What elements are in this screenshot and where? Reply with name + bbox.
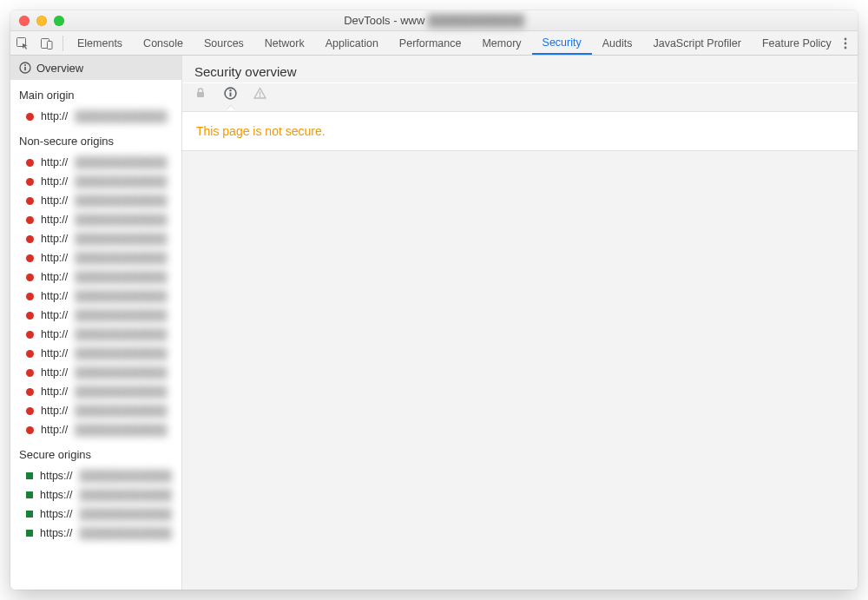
origin-host-redacted: ████████████ (75, 195, 167, 207)
svg-rect-2 (48, 41, 53, 49)
minimize-window-button[interactable] (36, 16, 47, 26)
origin-scheme: http:// (41, 386, 68, 398)
svg-point-12 (229, 89, 231, 91)
security-status-panel: This page is not secure. (182, 111, 858, 151)
origin-host-redacted: ████████████ (75, 328, 167, 340)
origin-scheme: http:// (41, 233, 68, 245)
separator (62, 36, 63, 51)
tab-security[interactable]: Security (532, 31, 592, 55)
insecure-indicator-icon (26, 312, 34, 320)
origin-host-redacted: ████████████ (80, 489, 172, 501)
svg-rect-9 (197, 92, 204, 97)
tab-console[interactable]: Console (133, 31, 194, 55)
origin-item[interactable]: http://████████████ (10, 306, 181, 325)
insecure-indicator-icon (26, 426, 34, 434)
svg-rect-7 (24, 67, 26, 70)
zoom-window-button[interactable] (54, 16, 64, 26)
origin-host-redacted: ████████████ (75, 110, 167, 122)
tab-feature-policy[interactable]: Feature Policy (752, 31, 833, 55)
origin-item[interactable]: https://████████████ (10, 524, 181, 543)
origin-item[interactable]: http://████████████ (10, 287, 181, 306)
origin-scheme: http:// (41, 328, 68, 340)
origin-host-redacted: ████████████ (75, 175, 167, 188)
insecure-indicator-icon (26, 113, 34, 121)
secure-indicator-icon (26, 511, 33, 518)
origin-item[interactable]: http://████████████ (10, 401, 181, 420)
svg-rect-13 (260, 92, 260, 96)
origin-scheme: https:// (40, 527, 73, 539)
tab-application[interactable]: Application (315, 31, 389, 55)
sidebar-overview-label: Overview (36, 62, 83, 75)
svg-point-4 (845, 42, 847, 44)
origin-item[interactable]: http://████████████ (10, 229, 181, 248)
tab-performance[interactable]: Performance (389, 31, 472, 55)
origin-scheme: http:// (41, 290, 68, 302)
more-options-icon[interactable] (833, 31, 858, 55)
tab-memory[interactable]: Memory (471, 31, 531, 55)
info-icon (19, 62, 31, 74)
insecure-indicator-icon (26, 159, 34, 167)
secure-indicator-icon (26, 491, 33, 498)
tab-sources[interactable]: Sources (194, 31, 254, 55)
insecure-indicator-icon (26, 369, 34, 377)
origin-host-redacted: ████████████ (80, 527, 172, 539)
origin-item[interactable]: http://████████████ (10, 420, 181, 439)
origin-scheme: https:// (40, 470, 73, 482)
origin-scheme: http:// (41, 195, 68, 207)
origin-item[interactable]: http://████████████ (10, 325, 181, 344)
origin-item[interactable]: https://████████████ (10, 504, 181, 524)
origin-item[interactable]: http://████████████ (10, 363, 181, 382)
svg-point-8 (24, 64, 26, 66)
origin-item[interactable]: http://████████████ (10, 210, 181, 229)
insecure-indicator-icon (26, 331, 34, 339)
origin-item[interactable]: http://████████████ (10, 191, 181, 210)
origin-host-redacted: ████████████ (75, 386, 167, 398)
origin-item[interactable]: https://████████████ (10, 485, 181, 504)
svg-rect-11 (230, 92, 232, 96)
tab-network[interactable]: Network (254, 31, 315, 55)
inspect-element-icon[interactable] (10, 31, 35, 55)
warning-triangle-icon[interactable] (253, 87, 267, 101)
origin-item[interactable]: http://████████████ (10, 172, 181, 191)
window-title: DevTools - www ████████████ (10, 14, 858, 27)
origin-scheme: http:// (41, 110, 68, 122)
origin-item[interactable]: http://████████████ (10, 107, 181, 126)
devtools-window: DevTools - www ████████████ ElementsCons… (10, 10, 858, 590)
lock-icon[interactable] (194, 87, 208, 101)
origin-scheme: http:// (41, 252, 68, 264)
security-main-panel: Security overview This page is not secur… (182, 56, 858, 590)
svg-point-3 (845, 37, 847, 40)
svg-point-5 (845, 46, 847, 49)
origin-scheme: https:// (40, 489, 73, 501)
tab-audits[interactable]: Audits (592, 31, 643, 55)
device-toolbar-icon[interactable] (35, 31, 59, 55)
origin-host-redacted: ████████████ (75, 214, 167, 226)
origin-host-redacted: ████████████ (75, 424, 167, 436)
security-status-message: This page is not secure. (196, 124, 844, 138)
origin-item[interactable]: http://████████████ (10, 248, 181, 267)
tab-javascript-profiler[interactable]: JavaScript Profiler (642, 31, 751, 55)
devtools-tabbar: ElementsConsoleSourcesNetworkApplication… (10, 31, 858, 56)
origin-scheme: http:// (41, 424, 68, 436)
origin-scheme: http:// (41, 175, 68, 188)
origin-scheme: http:// (41, 156, 68, 168)
insecure-indicator-icon (26, 274, 34, 281)
origin-host-redacted: ████████████ (75, 233, 167, 245)
insecure-indicator-icon (26, 178, 34, 186)
insecure-indicator-icon (26, 293, 34, 300)
origin-item[interactable]: http://████████████ (10, 267, 181, 287)
insecure-indicator-icon (26, 197, 34, 205)
origin-item[interactable]: https://████████████ (10, 466, 181, 485)
insecure-indicator-icon (26, 254, 34, 262)
sidebar-overview-item[interactable]: Overview (10, 56, 181, 80)
tab-elements[interactable]: Elements (67, 31, 133, 55)
insecure-indicator-icon (26, 350, 34, 358)
info-icon[interactable] (224, 87, 238, 101)
origin-host-redacted: ████████████ (80, 470, 172, 482)
origin-item[interactable]: http://████████████ (10, 382, 181, 401)
close-window-button[interactable] (19, 16, 30, 26)
origin-item[interactable]: http://████████████ (10, 344, 181, 363)
origin-scheme: http:// (41, 405, 68, 417)
origin-host-redacted: ████████████ (80, 508, 172, 520)
origin-item[interactable]: http://████████████ (10, 153, 181, 172)
